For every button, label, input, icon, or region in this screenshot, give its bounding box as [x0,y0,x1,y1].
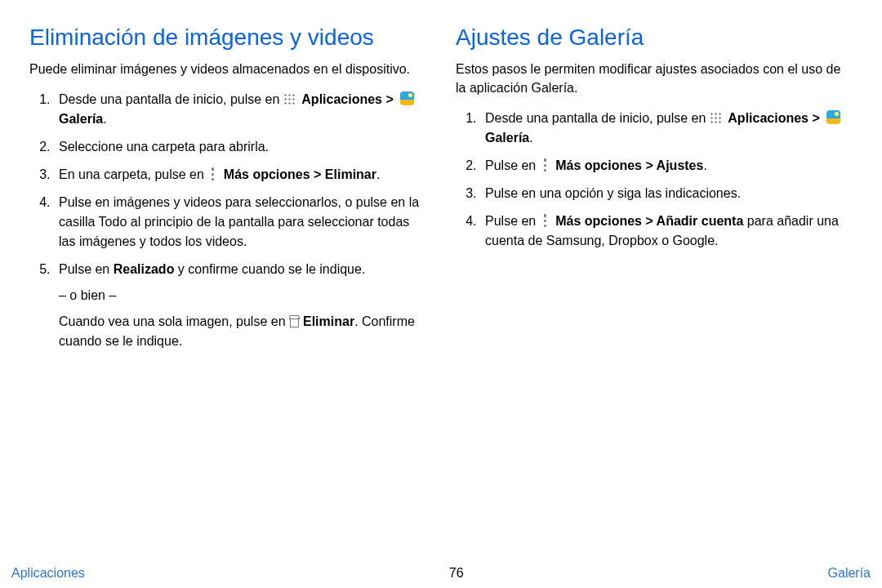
label-aplicaciones: Aplicaciones [728,111,808,125]
section-heading-settings: Ajustes de Galería [456,23,853,51]
step-1: Desde una pantalla de inicio, pulse en A… [54,90,426,129]
page-footer: Aplicaciones 76 Galería [0,564,882,588]
label-more-delete: Más opciones > Eliminar [224,167,376,181]
step-4: Pulse en Más opciones > Añadir cuenta pa… [480,212,853,251]
step-text: Pulse en [485,158,540,172]
apps-grid-icon [710,112,722,124]
step-text: Desde una pantalla de inicio, pulse en [59,92,283,106]
right-column: Ajustes de Galería Estos pasos le permit… [456,23,853,359]
label-more-settings: Más opciones > Ajustes [555,158,703,172]
step-text: Cuando vea una sola imagen, pulse en [59,314,289,328]
trash-icon [289,315,300,327]
step-1: Desde una pantalla de inicio, pulse en A… [480,109,853,148]
label-galeria: Galería [485,131,529,145]
left-column: Eliminación de imágenes y videos Puede e… [29,23,426,359]
intro-text: Puede eliminar imágenes y videos almacen… [29,60,426,78]
intro-text: Estos pasos le permiten modificar ajuste… [456,60,853,97]
footer-subsection: Galería [828,566,871,581]
more-options-icon [541,214,550,227]
steps-list: Desde una pantalla de inicio, pulse en A… [456,109,853,251]
label-realizado: Realizado [114,262,175,276]
label-eliminar: Eliminar [303,314,354,328]
separator-gt: > [808,111,823,125]
manual-page: Eliminación de imágenes y videos Puede e… [0,0,882,588]
page-number: 76 [449,566,464,581]
gallery-icon [826,110,840,124]
step-text: Pulse en [59,262,114,276]
step-text: y confirme cuando se le indique. [174,262,365,276]
dot: . [376,167,380,181]
more-options-icon [541,158,550,172]
or-separator: – o bien – [59,286,426,305]
apps-grid-icon [283,93,296,105]
step-3: En una carpeta, pulse en Más opciones > … [54,165,426,185]
dot: . [103,112,106,126]
section-heading-delete: Eliminación de imágenes y videos [29,23,426,51]
separator-gt: > [382,92,397,106]
step-text: Desde una pantalla de inicio, pulse en [485,111,710,125]
steps-list: Desde una pantalla de inicio, pulse en A… [29,90,426,351]
step-5: Pulse en Realizado y confirme cuando se … [54,260,426,351]
label-aplicaciones: Aplicaciones [301,92,382,106]
step-text: Pulse en [485,214,540,228]
dot: . [529,131,532,145]
label-more-add-account: Más opciones > Añadir cuenta [555,214,743,228]
step-2: Pulse en Más opciones > Ajustes. [480,156,853,176]
step-3: Pulse en una opción y siga las indicacio… [480,184,853,203]
two-column-layout: Eliminación de imágenes y videos Puede e… [29,23,853,359]
step-4: Pulse en imágenes y videos para seleccio… [54,193,426,252]
more-options-icon [209,167,217,180]
dot: . [703,158,706,172]
label-galeria: Galería [59,112,103,126]
step-2: Seleccione una carpeta para abrirla. [54,137,426,157]
footer-section: Aplicaciones [11,566,85,581]
gallery-icon [400,91,414,105]
single-image-instruction: Cuando vea una sola imagen, pulse en Eli… [59,312,426,351]
step-text: En una carpeta, pulse en [59,167,207,181]
